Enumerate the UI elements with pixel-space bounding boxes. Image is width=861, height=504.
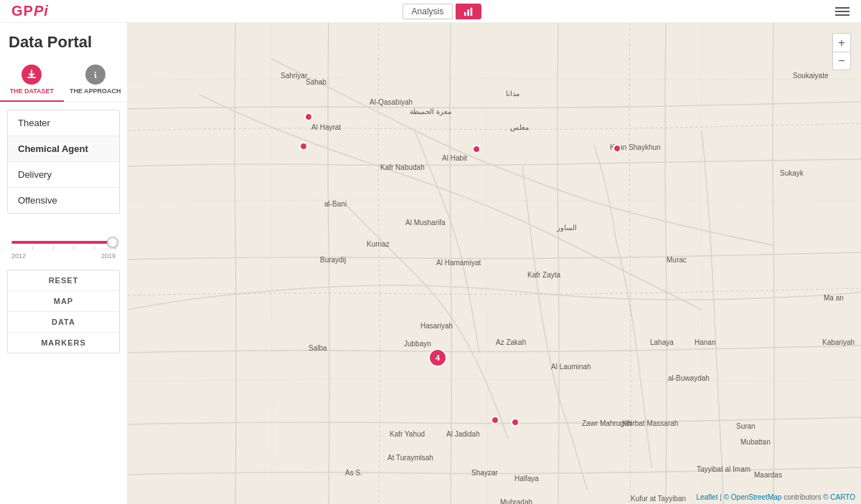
filter-delivery[interactable]: Delivery [8,162,119,188]
analysis-button[interactable]: Analysis [403,4,453,19]
tick-1 [11,247,12,249]
svg-point-3 [95,72,96,73]
svg-rect-0 [464,11,466,15]
reset-button[interactable]: RESET [8,270,119,291]
map-marker[interactable] [491,416,499,424]
leaflet-link[interactable]: Leaflet [696,493,718,501]
hamburger-line-2 [835,11,850,12]
map-marker[interactable] [511,418,519,427]
map-marker[interactable] [613,144,621,153]
hamburger-line-1 [835,7,850,9]
carto-link[interactable]: © CARTO [823,493,855,501]
nav-controls: Analysis [403,4,482,19]
filter-offensive[interactable]: Offensive [8,188,119,213]
osm-link[interactable]: © OpenStreetMap [724,493,782,501]
zoom-controls: + − [832,33,851,70]
slider-track [11,241,116,244]
map-marker[interactable] [299,142,308,151]
tick-2 [32,247,33,249]
map-button[interactable]: MAP [8,291,119,312]
map-container[interactable]: SahriyarSahabAl-Qasabiyahمعرة الحميطةمدا… [128,23,861,504]
tab-dataset[interactable]: THE DATASET [0,59,64,102]
logo: GPPi [11,3,49,19]
main-layout: Data Portal THE DATASET THE APPRO [0,23,861,504]
sidebar: Data Portal THE DATASET THE APPRO [0,23,128,504]
svg-rect-2 [471,7,473,15]
year-end: 2019 [101,252,116,260]
navbar: GPPi Analysis [0,0,861,23]
svg-rect-1 [468,9,470,16]
year-slider-container: 2012 2019 [0,222,127,264]
info-svg [90,69,101,80]
map-marker[interactable]: 4 [428,348,447,367]
year-ticks [9,247,118,249]
download-icon [22,65,42,85]
download-svg [26,69,37,80]
tick-5 [94,247,95,249]
info-icon [85,65,105,85]
dataset-tabs: THE DATASET THE APPROACH [0,59,127,103]
action-buttons: RESET MAP DATA MARKERS [7,270,120,353]
map-marker[interactable] [304,113,313,121]
tab-approach[interactable]: THE APPROACH [64,59,128,102]
data-button[interactable]: DATA [8,312,119,333]
chart-button[interactable] [456,4,481,19]
hamburger-line-3 [835,14,850,16]
zoom-out-button[interactable]: − [832,52,851,70]
slider-fill [11,241,116,244]
logo-gp: GP [11,3,34,19]
hamburger-menu[interactable] [835,7,850,16]
zoom-in-button[interactable]: + [832,33,851,52]
year-labels: 2012 2019 [9,252,118,260]
map-background [128,23,861,504]
tab-approach-label: THE APPROACH [70,87,121,95]
data-portal-title: Data Portal [0,23,127,59]
filter-chemical-agent[interactable]: Chemical Agent [8,136,119,162]
year-start: 2012 [11,252,26,260]
tick-3 [53,247,54,249]
tick-4 [73,247,74,249]
filter-theater[interactable]: Theater [8,110,119,136]
markers-button[interactable]: MARKERS [8,333,119,353]
map-attribution: Leaflet | © OpenStreetMap contributors ©… [696,493,855,501]
tab-dataset-label: THE DATASET [9,87,54,95]
logo-pi: Pi [34,3,49,19]
filter-dropdown: Theater Chemical Agent Delivery Offensiv… [7,110,120,214]
attribution-contributors: contributors [784,493,823,501]
map-marker[interactable] [472,145,481,153]
bar-chart-icon [464,6,474,16]
